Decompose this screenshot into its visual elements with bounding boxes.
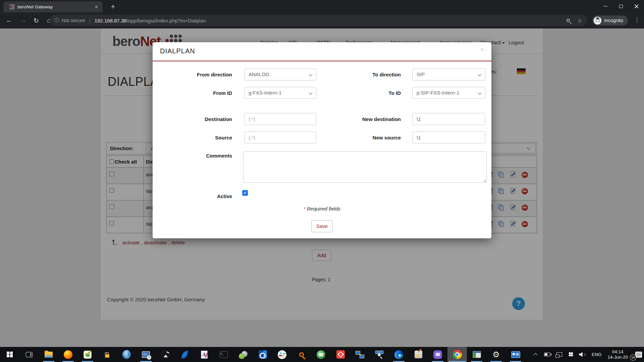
active-label: Active <box>163 193 232 199</box>
task-view-icon <box>26 352 33 357</box>
new-destination-input[interactable] <box>412 113 485 125</box>
taskbar-ccleaner[interactable] <box>409 347 428 362</box>
tab-close-icon[interactable]: × <box>94 4 99 10</box>
terminal-icon <box>220 351 228 358</box>
taskbar-notepad-plus-plus[interactable] <box>78 347 97 362</box>
tray-language[interactable]: ENG <box>588 347 605 362</box>
ccleaner-icon <box>415 351 422 358</box>
to-id-select[interactable]: p:SIP-FXS-Intern-1 <box>412 87 485 99</box>
page-viewport: beroNet Dialplan SIP PSTN Preferences Ma… <box>0 28 644 347</box>
search-icon[interactable] <box>567 19 570 22</box>
battery-icon <box>544 353 550 356</box>
taskbar-console-app[interactable] <box>467 347 486 362</box>
dialplan-modal: DIALPLAN × From direction ANALOG To dire… <box>153 42 491 238</box>
taskbar-file-explorer[interactable] <box>39 347 58 362</box>
taskbar-camera-app[interactable] <box>156 347 175 362</box>
taskbar-firefox[interactable] <box>58 347 78 362</box>
taskbar-search-tool[interactable] <box>292 347 311 362</box>
tray-battery[interactable] <box>541 347 553 362</box>
to-direction-select[interactable]: SIP <box>412 68 485 80</box>
slack-icon <box>278 350 286 359</box>
taskbar-ip-scanner[interactable] <box>370 347 389 362</box>
tray-clock[interactable]: 04:1414-Jun-20 <box>605 347 631 362</box>
tray-network[interactable] <box>553 347 566 362</box>
taskbar-angry-ip-scanner[interactable] <box>233 347 253 362</box>
outlook-icon <box>259 350 267 359</box>
to-direction-label: To direction <box>331 72 401 77</box>
start-button[interactable] <box>0 347 19 362</box>
taskbar-settings[interactable]: ⚙ <box>486 347 506 362</box>
taskbar-chrome-active[interactable] <box>447 347 467 362</box>
url-separator: | <box>89 18 91 23</box>
tray-dropbox[interactable] <box>566 347 576 362</box>
save-button[interactable]: Save <box>311 220 333 232</box>
action-center-button[interactable]: 14 <box>631 347 644 362</box>
bookmark-star-icon[interactable]: ☆ <box>577 17 582 24</box>
taskbar-outlook[interactable] <box>253 347 272 362</box>
taskbar: ☎ ☎ ⚙ ENG 04:1414-Jun-20 14 <box>0 347 644 362</box>
from-direction-select[interactable]: ANALOG <box>244 68 316 80</box>
reload-icon[interactable]: ↻ <box>31 12 42 28</box>
tray-time: 04:14 <box>607 349 628 355</box>
modal-close-icon[interactable]: × <box>480 46 484 53</box>
network-icon <box>556 352 562 357</box>
comments-textarea[interactable] <box>243 152 487 183</box>
taskbar-mremoteng[interactable] <box>136 347 156 362</box>
info-icon[interactable]: ⓘ <box>54 17 59 23</box>
source-input[interactable] <box>244 131 316 143</box>
taskbar-wireshark[interactable] <box>175 347 195 362</box>
destination-input[interactable] <box>244 113 316 125</box>
notification-count-badge: 14 <box>630 354 636 361</box>
taskbar-textpad[interactable] <box>195 347 214 362</box>
new-source-input[interactable] <box>412 131 485 143</box>
task-view-button[interactable] <box>19 347 39 362</box>
taskbar-edge[interactable] <box>389 347 409 362</box>
taskbar-viber[interactable]: ☎ <box>428 347 447 362</box>
back-icon[interactable]: ← <box>3 12 15 28</box>
destination-label: Destination <box>163 116 232 122</box>
angry-ip-scanner-icon <box>239 350 248 359</box>
incognito-badge: Incognito <box>592 15 628 25</box>
wireshark-fin-icon <box>181 350 188 359</box>
browser-menu-icon[interactable]: ⋮ <box>634 16 640 24</box>
taskbar-contacts[interactable] <box>506 347 525 362</box>
new-tab-button[interactable]: + <box>108 2 118 11</box>
modal-title: DIALPLAN <box>160 47 195 55</box>
taskbar-command-prompt[interactable] <box>214 347 233 362</box>
browser-tab[interactable]: beroNet Gateway × <box>3 1 103 12</box>
winbox-icon <box>122 350 131 359</box>
url-path: /app/berogui/index.php?m=Dialplan <box>127 18 206 23</box>
new-source-label: New source <box>331 135 401 140</box>
window-controls <box>598 0 644 12</box>
tray-expand-button[interactable] <box>530 347 541 362</box>
window-maximize-button[interactable] <box>613 0 629 12</box>
notepad-plus-plus-icon <box>84 351 92 359</box>
textpad-icon <box>201 351 208 359</box>
beronet-favicon <box>9 4 15 10</box>
putty-computers-icon <box>356 351 364 359</box>
edge-icon <box>394 350 403 359</box>
dropbox-icon <box>568 352 574 357</box>
window-close-button[interactable] <box>629 0 644 12</box>
taskbar-slack[interactable] <box>272 347 292 362</box>
active-checkbox[interactable]: ✓ <box>242 190 248 196</box>
address-bar[interactable]: ⓘ Not secure | 192.168.87.38 /app/berogu… <box>50 15 587 26</box>
viber-icon: ☎ <box>433 350 442 359</box>
camera-app-icon <box>161 350 170 359</box>
incognito-label: Incognito <box>604 18 623 23</box>
tray-date: 14-Jun-20 <box>607 355 628 360</box>
forward-icon[interactable]: → <box>17 12 29 28</box>
chevron-down-icon <box>309 91 312 95</box>
window-minimize-button[interactable] <box>598 0 613 12</box>
taskbar-softphone[interactable]: ☎ <box>311 347 331 362</box>
from-id-select[interactable]: g:FXS-Intern-1 <box>244 87 316 99</box>
source-label: Source <box>163 135 232 140</box>
screen: beroNet Gateway × + ← → ↻ ⌂ ⓘ Not secure… <box>0 0 644 362</box>
green-phone-icon: ☎ <box>317 350 325 359</box>
taskbar-remote-tool[interactable] <box>331 347 350 362</box>
taskbar-winscp[interactable] <box>97 347 117 362</box>
taskbar-winbox[interactable] <box>117 347 136 362</box>
speaker-icon <box>579 352 586 357</box>
tray-volume[interactable] <box>576 347 588 362</box>
taskbar-putty[interactable] <box>350 347 370 362</box>
